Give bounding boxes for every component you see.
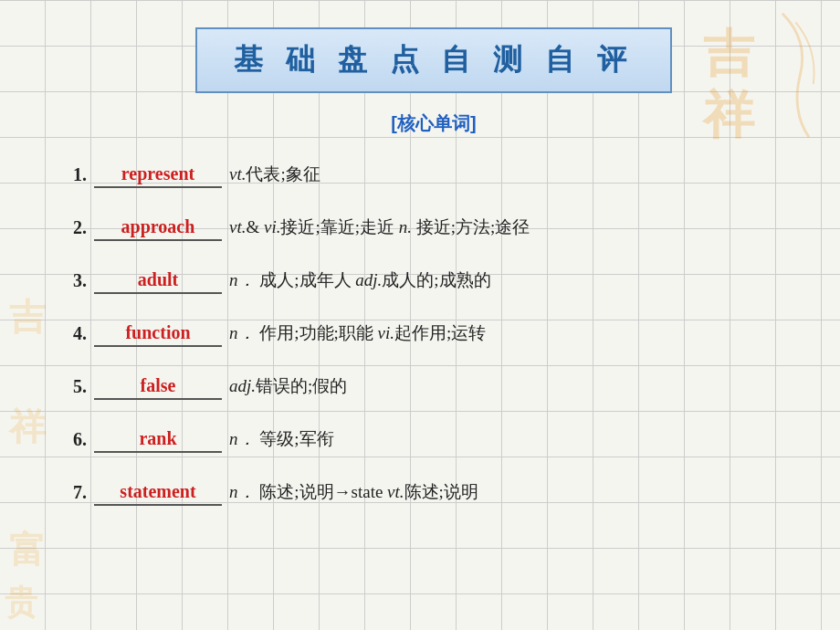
vocab-list: 1.representvt.代表;象征2.approachvt.& vi.接近;… (55, 152, 813, 514)
page-title: 基 础 盘 点 自 测 自 评 (234, 43, 634, 76)
vocab-item-7: 7.statementn． 陈述;说明→state vt.陈述;说明 (55, 470, 813, 514)
word-blank-5: false (94, 373, 222, 400)
definition-7: n． 陈述;说明→state vt.陈述;说明 (229, 480, 478, 505)
word-text-3: adult (138, 269, 178, 289)
word-blank-4: function (94, 320, 222, 347)
vocab-item-2: 2.approachvt.& vi.接近;靠近;走近 n. 接近;方法;途径 (55, 205, 813, 249)
main-content: 基 础 盘 点 自 测 自 评 [核心单词] 1.representvt.代表;… (0, 0, 840, 541)
word-blank-3: adult (94, 268, 222, 294)
item-number-4: 4. (55, 323, 87, 344)
definition-3: n． 成人;成年人 adj.成人的;成熟的 (229, 268, 491, 293)
vocab-item-3: 3.adultn． 成人;成年人 adj.成人的;成熟的 (55, 258, 813, 302)
section-header-text: [核心单词] (391, 113, 476, 133)
item-number-7: 7. (55, 482, 87, 503)
word-text-2: approach (121, 216, 195, 236)
vocab-item-5: 5.falseadj.错误的;假的 (55, 364, 813, 408)
item-number-6: 6. (55, 429, 87, 450)
title-box: 基 础 盘 点 自 测 自 评 (55, 27, 813, 93)
definition-1: vt.代表;象征 (229, 163, 320, 187)
word-text-1: represent (121, 163, 194, 184)
definition-4: n． 作用;功能;职能 vi.起作用;运转 (229, 321, 486, 346)
vocab-item-6: 6.rankn． 等级;军衔 (55, 417, 813, 461)
item-number-2: 2. (55, 217, 87, 238)
word-text-5: false (141, 375, 176, 395)
vocab-item-4: 4.functionn． 作用;功能;职能 vi.起作用;运转 (55, 311, 813, 355)
watermark-bottom-left: 贵 (5, 581, 37, 625)
word-blank-1: represent (94, 162, 222, 188)
section-header: [核心单词] (55, 111, 813, 136)
vocab-item-1: 1.representvt.代表;象征 (55, 152, 813, 196)
item-number-1: 1. (55, 164, 87, 185)
definition-6: n． 等级;军衔 (229, 427, 334, 452)
word-text-4: function (125, 322, 190, 342)
title-inner: 基 础 盘 点 自 测 自 评 (195, 27, 672, 93)
item-number-3: 3. (55, 270, 87, 291)
word-blank-2: approach (94, 215, 222, 241)
item-number-5: 5. (55, 376, 87, 397)
definition-5: adj.错误的;假的 (229, 374, 347, 399)
definition-2: vt.& vi.接近;靠近;走近 n. 接近;方法;途径 (229, 215, 530, 240)
word-text-7: statement (120, 481, 195, 501)
word-blank-7: statement (94, 479, 222, 506)
word-text-6: rank (139, 428, 176, 448)
word-blank-6: rank (94, 426, 222, 453)
